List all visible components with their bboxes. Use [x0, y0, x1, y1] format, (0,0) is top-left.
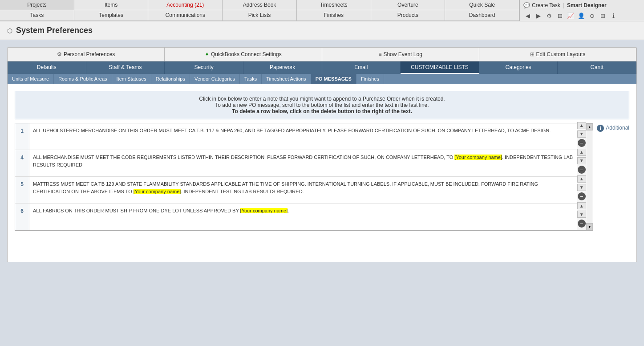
chat-icon: 💬: [523, 2, 530, 8]
messages-list-container: 1 ALL UPHOLSTERED MERCHANDISE ON THIS OR…: [15, 123, 593, 231]
tab-vendor-categories[interactable]: Vendor Categories: [190, 74, 240, 84]
messages-wrapper: 1 ALL UPHOLSTERED MERCHANDISE ON THIS OR…: [15, 123, 629, 231]
nav-products[interactable]: Products: [371, 10, 446, 21]
tab-timesheet-actions[interactable]: Timesheet Actions: [262, 74, 311, 84]
gear-icon: ⚙: [57, 51, 62, 57]
nav-finishes[interactable]: Finishes: [297, 10, 371, 21]
nav-items[interactable]: Items: [74, 0, 149, 10]
msg-6-up[interactable]: ▲: [577, 202, 586, 209]
msg-4-up[interactable]: ▲: [577, 149, 586, 156]
tab-item-statuses[interactable]: Item Statuses: [112, 74, 151, 84]
info-line1: Click in box below to enter a note that …: [20, 96, 624, 102]
scroll-track: [586, 130, 593, 223]
pref-content: Click in box below to enter a note that …: [8, 84, 636, 262]
top-nav: Projects Items Accounting (21) Address B…: [0, 0, 644, 21]
msg-text-6[interactable]: ALL FABRICS ON THIS ORDER MUST SHIP FROM…: [29, 204, 577, 230]
msg-text-4[interactable]: ALL MERCHANDISE MUST MEET THE CODE REQUI…: [29, 150, 577, 176]
tab-security[interactable]: Security: [165, 61, 243, 74]
msg-6-controls: ▲ ▼ −: [577, 204, 586, 230]
tab-finishes-inner[interactable]: Finishes: [356, 74, 384, 84]
main-content: ⚙ Personal Preferences ✦ QuickBooks Conn…: [0, 40, 644, 346]
page-title: System Preferences: [16, 26, 93, 35]
tab-row-sub: Defaults Staff & Teams Security Paperwor…: [8, 61, 636, 74]
nav-templates[interactable]: Templates: [74, 10, 149, 21]
grid-icon[interactable]: ⊞: [555, 11, 564, 20]
msg-5-up[interactable]: ▲: [577, 175, 586, 183]
msg-num-6: 6: [15, 204, 29, 230]
msg-4-delete[interactable]: −: [578, 166, 586, 174]
quickbooks-icon: ✦: [205, 51, 209, 57]
layout-icon: ⊞: [530, 51, 535, 57]
tab-paperwork[interactable]: Paperwork: [243, 61, 322, 74]
tab-gantt[interactable]: Gantt: [558, 61, 636, 74]
msg-5-delete[interactable]: −: [578, 192, 586, 200]
nav-tasks[interactable]: Tasks: [0, 10, 74, 21]
info-box: Click in box below to enter a note that …: [15, 91, 629, 119]
msg-num-4: 4: [15, 150, 29, 176]
tab-relationships[interactable]: Relationships: [151, 74, 190, 84]
circle-icon[interactable]: ⊙: [587, 11, 596, 20]
nav-accounting[interactable]: Accounting (21): [148, 0, 223, 10]
message-row-5: 5 MATTRESS MUST MEET CA TB 129 AND STATE…: [15, 177, 586, 204]
scrollbar: ▲ ▼: [586, 123, 593, 230]
tab-edit-custom-layouts[interactable]: ⊞ Edit Custom Layouts: [479, 48, 636, 61]
tab-tasks-inner[interactable]: Tasks: [240, 74, 262, 84]
tab-email[interactable]: Email: [322, 61, 401, 74]
nav-quick-sale[interactable]: Quick Sale: [445, 0, 519, 10]
msg-6-delete[interactable]: −: [578, 220, 586, 228]
settings-icon[interactable]: ⚙: [545, 11, 554, 20]
nav-dashboard[interactable]: Dashboard: [445, 10, 519, 21]
tab-show-event-log[interactable]: ≡ Show Event Log: [322, 48, 479, 61]
msg-num-5: 5: [15, 177, 29, 203]
minus-icon[interactable]: ⊟: [598, 11, 607, 20]
nav-address-book[interactable]: Address Book: [223, 0, 297, 10]
msg-text-1[interactable]: ALL UPHOLSTERED MERCHANDISE ON THIS ORDE…: [29, 123, 577, 150]
msg-text-5[interactable]: MATTRESS MUST MEET CA TB 129 AND STATE F…: [29, 177, 577, 203]
nav-communications[interactable]: Communications: [148, 10, 223, 21]
info-line2: To add a new PO message, scroll to the b…: [20, 102, 624, 108]
icon-toolbar: ◀ ▶ ⚙ ⊞ 📈 👤 ⊙ ⊟ ℹ: [519, 10, 644, 21]
tab-units-of-measure[interactable]: Units of Measure: [8, 74, 54, 84]
tab-po-messages[interactable]: PO MESSAGES: [311, 74, 356, 84]
next-icon[interactable]: ▶: [534, 11, 543, 20]
tab-defaults[interactable]: Defaults: [8, 61, 86, 74]
additional-button[interactable]: i Additional: [597, 123, 629, 231]
info-icon[interactable]: ℹ: [609, 11, 618, 20]
tab-staff-teams[interactable]: Staff & Teams: [86, 61, 165, 74]
highlight-4-1: [Your company name]: [454, 155, 502, 160]
tab-personal-preferences[interactable]: ⚙ Personal Preferences: [8, 48, 165, 61]
nav-right: 💬 Create Task | Smart Designer: [519, 0, 644, 10]
nav-row-1: Projects Items Accounting (21) Address B…: [0, 0, 644, 10]
user-icon[interactable]: 👤: [577, 11, 586, 20]
external-link-icon[interactable]: ⬡: [7, 27, 12, 34]
additional-label: Additional: [606, 125, 629, 131]
prev-icon[interactable]: ◀: [523, 11, 532, 20]
msg-1-delete[interactable]: −: [578, 139, 586, 147]
msg-5-controls: ▲ ▼ −: [577, 177, 586, 203]
nav-pick-lists[interactable]: Pick Lists: [223, 10, 297, 21]
msg-1-controls: ▲ ▼ −: [577, 123, 586, 150]
msg-num-1: 1: [15, 123, 29, 150]
scroll-down-btn[interactable]: ▼: [586, 223, 593, 230]
tab-categories[interactable]: Categories: [479, 61, 558, 74]
nav-overture[interactable]: Overture: [371, 0, 446, 10]
message-row-1: 1 ALL UPHOLSTERED MERCHANDISE ON THIS OR…: [15, 123, 586, 150]
tab-quickbooks[interactable]: ✦ QuickBooks Connect Settings: [165, 48, 322, 61]
tab-row-inner: Units of Measure Rooms & Public Areas It…: [8, 74, 636, 84]
tab-customizable-lists[interactable]: CUSTOMIZABLE LISTS: [401, 61, 479, 74]
nav-row-2: Tasks Templates Communications Pick List…: [0, 10, 644, 21]
chart-icon[interactable]: 📈: [566, 11, 575, 20]
nav-projects[interactable]: Projects: [0, 0, 74, 10]
nav-timesheets[interactable]: Timesheets: [297, 0, 371, 10]
msg-1-up[interactable]: ▲: [577, 122, 586, 129]
page-header: ⬡ System Preferences: [0, 21, 644, 40]
tab-rooms-public-areas[interactable]: Rooms & Public Areas: [54, 74, 112, 84]
scroll-up-btn[interactable]: ▲: [586, 123, 593, 130]
highlight-5-1: [Your company name]: [134, 189, 181, 194]
message-row-6: 6 ALL FABRICS ON THIS ORDER MUST SHIP FR…: [15, 204, 586, 230]
preferences-panel: ⚙ Personal Preferences ✦ QuickBooks Conn…: [7, 47, 637, 262]
msg-4-controls: ▲ ▼ −: [577, 150, 586, 176]
create-task-button[interactable]: 💬 Create Task: [523, 2, 560, 8]
tab-row-main: ⚙ Personal Preferences ✦ QuickBooks Conn…: [8, 48, 636, 61]
brand-label: Smart Designer: [567, 2, 607, 8]
